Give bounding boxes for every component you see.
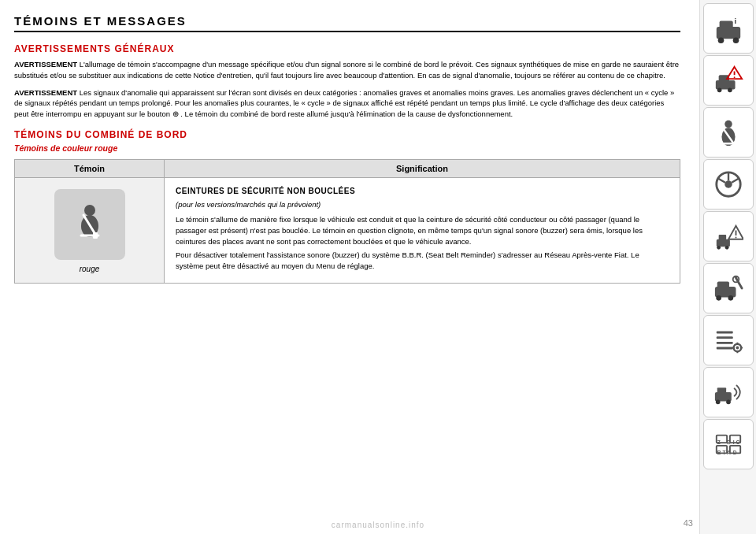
svg-point-44: [736, 347, 739, 350]
svg-text:E: E: [727, 439, 731, 445]
svg-rect-26: [716, 239, 729, 247]
sidebar-item-car-service[interactable]: [703, 263, 754, 313]
svg-point-35: [716, 295, 721, 301]
indicator-cell: rouge: [15, 177, 165, 283]
table-header-temoin: Témoin: [15, 159, 165, 177]
main-content: TÉMOINS ET MESSAGES AVERTISSEMENTS GÉNÉR…: [0, 0, 699, 534]
warning-text-2: AVERTISSEMENT Les signaux d'anomalie qui…: [14, 87, 680, 120]
svg-point-32: [735, 236, 736, 238]
sig-text-2: Pour désactiver totalement l'assistance …: [176, 250, 669, 272]
svg-point-52: [726, 400, 731, 405]
table-header-signification: Signification: [165, 159, 680, 177]
sidebar-item-warning-mail[interactable]: [703, 55, 754, 106]
indicator-table: Témoin Signification: [14, 159, 680, 284]
watermark: carmanualsonline.info: [332, 521, 424, 529]
svg-point-51: [715, 400, 720, 405]
sidebar-item-steering-wheel[interactable]: [703, 159, 754, 210]
svg-point-29: [724, 246, 728, 250]
seatbelt-svg: [66, 201, 113, 248]
sidebar-item-hazard-triangle[interactable]: [703, 211, 754, 261]
svg-rect-34: [717, 281, 728, 288]
svg-rect-6: [719, 21, 732, 29]
section2-title: TÉMOINS DU COMBINÉ DE BORD: [14, 129, 680, 140]
sidebar-item-settings-list[interactable]: [703, 315, 754, 365]
svg-point-13: [728, 88, 732, 93]
sig-text-1: Le témoin s'allume de manière fixe lorsq…: [176, 214, 669, 247]
sidebar-item-info-car[interactable]: i: [703, 3, 754, 54]
svg-text:C: C: [736, 439, 739, 445]
sig-title: CEINTURES DE SÉCURITÉ NON BOUCLÉES: [176, 186, 669, 198]
page-number: 43: [684, 518, 693, 528]
svg-point-28: [717, 246, 721, 250]
svg-point-22: [724, 180, 732, 188]
sidebar: i: [699, 0, 756, 534]
sig-subtitle: (pour les versions/marchés qui la prévoi…: [176, 199, 669, 210]
svg-rect-4: [93, 232, 98, 239]
section1-title: AVERTISSEMENTS GÉNÉRAUX: [14, 43, 680, 54]
table-row: rouge CEINTURES DE SÉCURITÉ NON BOUCLÉES…: [15, 177, 680, 283]
sidebar-item-audio-signal[interactable]: [703, 367, 754, 417]
section2-sub: Témoins de couleur rouge: [14, 143, 680, 153]
svg-point-0: [84, 205, 95, 216]
svg-point-17: [724, 121, 732, 128]
svg-point-7: [717, 37, 724, 43]
svg-rect-27: [718, 235, 726, 240]
svg-rect-42: [716, 347, 732, 350]
indicator-color-label: rouge: [23, 265, 156, 273]
svg-text:D: D: [732, 450, 736, 455]
page-title: TÉMOINS ET MESSAGES: [14, 14, 680, 32]
svg-point-36: [728, 295, 733, 301]
svg-point-12: [717, 88, 721, 93]
sidebar-item-map-directions[interactable]: Z E A D B C I T: [703, 419, 754, 469]
warning-text-1: AVERTISSEMENT L'allumage de témoin s'acc…: [14, 59, 680, 81]
svg-rect-40: [716, 336, 732, 339]
signification-cell: CEINTURES DE SÉCURITÉ NON BOUCLÉES (pour…: [165, 177, 680, 283]
svg-line-24: [717, 178, 724, 182]
sidebar-item-person-safety[interactable]: [703, 107, 754, 158]
svg-rect-5: [716, 27, 739, 39]
svg-rect-41: [716, 342, 732, 344]
svg-text:Z: Z: [717, 439, 720, 445]
seatbelt-indicator-icon: [54, 189, 125, 260]
svg-text:I: I: [732, 439, 734, 445]
svg-text:B: B: [717, 450, 721, 455]
svg-text:i: i: [734, 17, 736, 25]
svg-text:A: A: [727, 450, 731, 455]
svg-point-16: [733, 76, 735, 78]
svg-line-25: [732, 178, 739, 182]
svg-rect-39: [716, 332, 732, 334]
svg-point-8: [732, 37, 739, 43]
svg-text:T: T: [722, 450, 725, 455]
svg-rect-50: [717, 388, 725, 394]
